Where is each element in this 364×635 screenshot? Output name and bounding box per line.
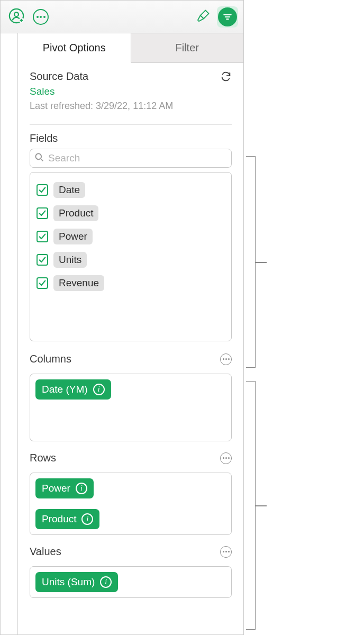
check-icon xyxy=(39,186,46,194)
field-pill[interactable]: Product xyxy=(53,205,98,221)
pill-label: Product xyxy=(42,513,76,525)
check-icon xyxy=(39,210,46,217)
rows-section: Rows xyxy=(18,449,243,469)
search-icon xyxy=(34,152,44,165)
search-input[interactable] xyxy=(30,149,232,168)
rows-dropzone[interactable]: Power i Product i xyxy=(30,473,232,535)
info-icon[interactable]: i xyxy=(100,576,112,588)
row-field-pill[interactable]: Power i xyxy=(35,478,94,498)
field-pill[interactable]: Units xyxy=(53,252,87,268)
values-dropzone[interactable]: Units (Sum) i xyxy=(30,566,232,598)
field-checkbox[interactable] xyxy=(37,207,48,219)
fields-section: Fields xyxy=(18,125,243,144)
field-checkbox[interactable] xyxy=(37,184,48,196)
fields-list: Date Product Power Units xyxy=(30,172,232,341)
source-data-section: Source Data Sales Last refreshed: 3/29/2… xyxy=(18,63,243,116)
toolbar xyxy=(1,1,243,33)
values-more-button[interactable] xyxy=(220,546,232,558)
field-row: Date xyxy=(37,182,225,198)
value-field-pill[interactable]: Units (Sum) i xyxy=(35,572,118,592)
field-pill[interactable]: Revenue xyxy=(53,275,104,291)
info-icon[interactable]: i xyxy=(93,384,105,395)
field-row: Revenue xyxy=(37,275,225,291)
values-heading: Values xyxy=(30,546,61,558)
callout-bracket-fields xyxy=(246,156,256,368)
refresh-icon xyxy=(220,71,232,83)
refresh-button[interactable] xyxy=(220,71,232,83)
info-icon[interactable]: i xyxy=(76,483,87,494)
paintbrush-icon xyxy=(196,8,211,25)
tab-filter[interactable]: Filter xyxy=(131,33,244,62)
ellipsis-icon xyxy=(223,551,230,552)
collaborate-button[interactable] xyxy=(6,6,27,28)
columns-more-button[interactable] xyxy=(220,353,232,365)
pivot-options-panel: Pivot Options Filter Source Data Sales L… xyxy=(17,33,243,634)
check-icon xyxy=(39,279,46,287)
field-checkbox[interactable] xyxy=(37,277,48,289)
values-section: Values xyxy=(18,542,243,563)
info-icon[interactable]: i xyxy=(81,513,93,525)
check-icon xyxy=(39,256,46,264)
field-checkbox[interactable] xyxy=(37,231,48,242)
rows-heading: Rows xyxy=(30,452,56,464)
source-data-heading: Source Data xyxy=(30,70,88,83)
columns-heading: Columns xyxy=(30,353,71,365)
field-row: Product xyxy=(37,205,225,221)
field-checkbox[interactable] xyxy=(37,254,48,266)
organize-panel-toggle[interactable] xyxy=(217,6,238,28)
sheet-edge xyxy=(1,33,17,634)
check-icon xyxy=(39,233,46,240)
fields-heading: Fields xyxy=(30,132,232,144)
source-table-link[interactable]: Sales xyxy=(30,86,232,97)
tab-pivot-options[interactable]: Pivot Options xyxy=(18,33,131,63)
more-options-button[interactable] xyxy=(30,6,51,28)
add-user-icon xyxy=(8,8,24,26)
columns-section: Columns xyxy=(18,341,243,370)
panel-tabs: Pivot Options Filter xyxy=(18,33,243,63)
pill-label: Units (Sum) xyxy=(42,576,95,588)
inspector-panel: Pivot Options Filter Source Data Sales L… xyxy=(0,0,244,635)
field-row: Power xyxy=(37,229,225,244)
ellipsis-circle-icon xyxy=(33,9,49,25)
rows-more-button[interactable] xyxy=(220,452,232,464)
svg-point-1 xyxy=(14,12,19,16)
format-brush-button[interactable] xyxy=(193,6,214,28)
fields-search xyxy=(30,149,232,168)
pill-label: Date (YM) xyxy=(42,384,88,395)
last-refreshed-text: Last refreshed: 3/29/22, 11:12 AM xyxy=(30,101,232,112)
tab-label: Pivot Options xyxy=(43,42,106,54)
column-field-pill[interactable]: Date (YM) i xyxy=(35,379,111,400)
ellipsis-icon xyxy=(223,358,230,360)
filter-lines-icon xyxy=(218,7,237,26)
field-row: Units xyxy=(37,252,225,268)
callout-bracket-areas xyxy=(246,381,256,630)
tab-label: Filter xyxy=(176,42,199,54)
pill-label: Power xyxy=(42,483,70,494)
ellipsis-icon xyxy=(223,457,230,459)
row-field-pill[interactable]: Product i xyxy=(35,509,99,529)
columns-dropzone[interactable]: Date (YM) i xyxy=(30,374,232,441)
field-pill[interactable]: Power xyxy=(53,229,93,244)
field-pill[interactable]: Date xyxy=(53,182,85,198)
